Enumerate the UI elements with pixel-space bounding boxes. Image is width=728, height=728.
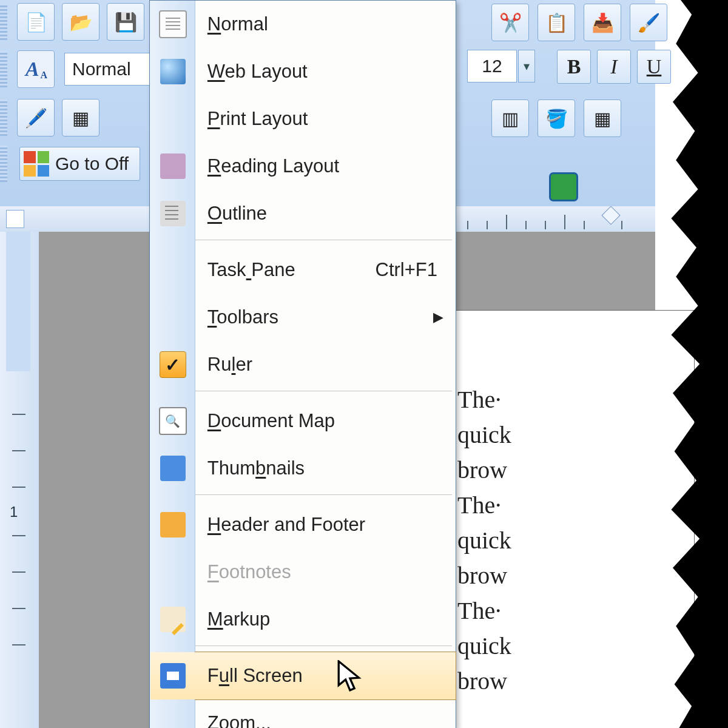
menu-item-normal[interactable]: Normal [195, 1, 456, 48]
menu-item-ruler[interactable]: Ruler [195, 341, 456, 388]
book-icon [150, 143, 195, 190]
menu-item-thumbnails[interactable]: Thumbnails [195, 445, 456, 492]
thumb-icon [150, 445, 195, 492]
menu-item-footnotes: Footnotes [195, 548, 456, 596]
doc-line: quick [457, 630, 694, 662]
doc-line: brow [457, 454, 694, 487]
doc-line: quick [457, 419, 694, 451]
menu-item-web[interactable]: Web Layout [195, 48, 456, 95]
ruler-marks [461, 206, 655, 232]
font-size-combo[interactable]: 12 [467, 50, 517, 83]
menu-separator [195, 240, 452, 244]
menu-shortcut: Ctrl+F1 [376, 259, 438, 281]
tab-selector[interactable] [6, 210, 24, 228]
menu-item-label: Document Map [207, 410, 335, 432]
doc-line: The· [457, 489, 694, 522]
view-menu-list: NormalWeb LayoutPrint LayoutReading Layo… [195, 1, 456, 728]
bold-button[interactable]: B [557, 50, 591, 84]
table-borders-button[interactable]: ▦ [584, 99, 621, 137]
styles-sub-icon: A [41, 70, 48, 81]
font-size-value: 12 [482, 56, 502, 76]
styles-button[interactable]: A A [17, 50, 55, 88]
toolbar-grip[interactable] [0, 99, 7, 136]
doc-line: The· [457, 595, 694, 627]
toolbar-grip[interactable] [0, 146, 7, 182]
doc-line: brow [457, 559, 694, 592]
markup-icon [150, 596, 195, 643]
save-button[interactable]: 💾 [107, 3, 144, 41]
menu-item-taskpane[interactable]: Task PaneCtrl+F1 [195, 246, 456, 294]
paste-button[interactable]: 📥 [584, 4, 621, 41]
menu-item-label: Full Screen [207, 665, 303, 687]
menu-item-markup[interactable]: Markup [195, 596, 456, 643]
menu-item-label: Zoom... [207, 712, 271, 728]
copy-button[interactable]: 📋 [538, 4, 575, 41]
view-menu: NormalWeb LayoutPrint LayoutReading Layo… [149, 0, 456, 728]
menu-item-print[interactable]: Print Layout [195, 95, 456, 143]
doc-line: The· [457, 383, 694, 416]
menu-item-label: Header and Footer [207, 514, 365, 536]
insert-spreadsheet-button[interactable]: ▥ [491, 99, 529, 137]
menu-separator [195, 391, 452, 395]
indent-marker-icon[interactable] [601, 206, 620, 224]
fill-color-button[interactable]: 🪣 [538, 99, 575, 137]
vertical-ruler[interactable]: 1 [0, 232, 39, 728]
outline-icon [150, 190, 195, 237]
underline-button[interactable]: U [637, 50, 671, 84]
go-to-office-label: Go to Off [55, 153, 129, 174]
styles-icon: A [25, 58, 39, 81]
go-to-office-button[interactable]: Go to Off [19, 147, 140, 181]
toolbar-grip[interactable] [0, 51, 7, 87]
full-icon [150, 652, 195, 699]
menu-item-label: Normal [207, 13, 268, 35]
toolbar-grip[interactable] [0, 4, 7, 40]
page-icon [150, 95, 195, 143]
document-page[interactable]: The· quick brow The· quick brow The· qui… [439, 311, 694, 728]
font-size-dropdown-icon[interactable]: ▾ [518, 50, 535, 83]
menu-item-label: Toolbars [207, 306, 278, 328]
menu-item-reading[interactable]: Reading Layout [195, 143, 456, 190]
menu-item-label: Footnotes [207, 561, 291, 583]
hf-icon [150, 501, 195, 548]
menu-item-fullscreen[interactable]: Full Screen [195, 652, 456, 700]
doc-line: quick [457, 524, 694, 557]
open-button[interactable]: 📂 [62, 3, 99, 41]
style-name-value: Normal [72, 59, 131, 79]
table-grid-button[interactable]: ▦ [62, 99, 99, 136]
check-icon [150, 341, 195, 388]
italic-button[interactable]: I [597, 50, 631, 84]
format-painter-button[interactable]: 🖌️ [630, 4, 667, 41]
menu-item-toolbars[interactable]: Toolbars▶ [195, 294, 456, 341]
blank-icon [150, 699, 195, 728]
menu-item-label: Thumbnails [207, 457, 305, 479]
mag-icon [150, 397, 195, 445]
blank-icon [150, 548, 195, 596]
menu-item-label: Reading Layout [207, 155, 339, 177]
doc-icon [150, 1, 195, 48]
doc-line: brow [457, 665, 694, 698]
cut-button[interactable]: ✂️ [491, 4, 529, 41]
menu-separator [195, 645, 452, 650]
menu-item-outline[interactable]: Outline [195, 190, 456, 237]
menu-item-label: Markup [207, 608, 270, 630]
menu-separator [195, 494, 452, 499]
menu-item-zoom[interactable]: Zoom... [195, 699, 456, 728]
menu-item-label: Outline [207, 203, 267, 224]
menu-item-label: Task Pane [207, 259, 295, 281]
draw-table-button[interactable]: 🖊️ [17, 99, 55, 136]
vruler-label-1: 1 [10, 504, 18, 521]
menu-item-label: Web Layout [207, 61, 308, 83]
menu-item-label: Print Layout [207, 108, 308, 130]
submenu-arrow-icon: ▶ [433, 309, 443, 325]
globe-icon [150, 48, 195, 95]
menu-item-docmap[interactable]: Document Map [195, 397, 456, 445]
blank-icon [150, 246, 195, 294]
menu-item-headerfooter[interactable]: Header and Footer [195, 501, 456, 548]
blank-icon [150, 294, 195, 341]
menu-item-label: Ruler [207, 354, 252, 376]
office-logo-icon [24, 151, 49, 177]
new-doc-button[interactable]: 📄 [17, 3, 55, 41]
